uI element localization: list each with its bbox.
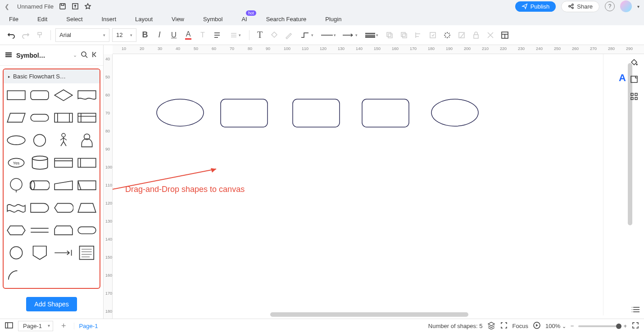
file-name[interactable]: Unnamed File bbox=[17, 3, 54, 10]
grid-tool-icon[interactable] bbox=[629, 91, 639, 102]
library-icon[interactable] bbox=[5, 51, 13, 59]
shape-diamond[interactable] bbox=[54, 87, 73, 103]
shape-rectangle[interactable] bbox=[6, 87, 26, 103]
shape-direct-data[interactable] bbox=[30, 177, 50, 193]
focus-mode-icon[interactable] bbox=[500, 321, 508, 331]
shape-trapezoid[interactable] bbox=[77, 200, 97, 216]
menu-layout[interactable]: Layout bbox=[135, 16, 153, 23]
search-icon[interactable] bbox=[81, 51, 88, 60]
publish-button[interactable]: Publish bbox=[515, 1, 556, 12]
shape-offpage[interactable] bbox=[6, 177, 26, 193]
menu-insert[interactable]: Insert bbox=[102, 16, 117, 23]
avatar[interactable] bbox=[620, 0, 632, 12]
star-icon[interactable] bbox=[84, 3, 91, 10]
shape-subroutine[interactable] bbox=[77, 155, 97, 171]
crop-icon[interactable] bbox=[456, 29, 467, 41]
shape-tape[interactable] bbox=[6, 200, 26, 216]
shape-hexagon[interactable] bbox=[6, 222, 26, 238]
focus-label[interactable]: Focus bbox=[512, 323, 528, 329]
export-icon[interactable] bbox=[72, 3, 79, 10]
font-select[interactable]: Arial▾ bbox=[55, 28, 109, 42]
page-select[interactable]: Page-1 bbox=[18, 321, 53, 331]
canvas[interactable]: Drag-and-Drop shapes to canvas A bbox=[113, 54, 644, 319]
shape-ellipse[interactable] bbox=[6, 132, 26, 148]
share-button[interactable]: Share bbox=[561, 1, 599, 12]
menu-file[interactable]: File bbox=[9, 16, 18, 23]
send-back-icon[interactable] bbox=[384, 29, 395, 41]
bring-front-icon[interactable] bbox=[398, 29, 410, 41]
menu-search-feature[interactable]: Search Feature bbox=[266, 16, 307, 23]
menu-ai[interactable]: AIhot bbox=[241, 16, 247, 23]
zoom-out-icon[interactable]: − bbox=[571, 323, 574, 329]
line-style-icon[interactable]: ▾ bbox=[319, 29, 338, 41]
collapse-panel-icon[interactable] bbox=[91, 51, 99, 60]
horizontal-scrollbar[interactable] bbox=[270, 312, 468, 317]
shape-manual-op[interactable] bbox=[77, 177, 97, 193]
page-tab[interactable]: Page-1 bbox=[74, 323, 102, 329]
canvas-page[interactable]: Drag-and-Drop shapes to canvas bbox=[113, 54, 603, 315]
lock-icon[interactable] bbox=[470, 29, 482, 41]
bold-icon[interactable]: B bbox=[139, 29, 151, 41]
line-weight-icon[interactable]: ▾ bbox=[362, 29, 381, 41]
help-icon[interactable]: ? bbox=[605, 1, 615, 11]
zoom-level[interactable]: 100% ⌄ bbox=[545, 323, 566, 329]
shape-predefined[interactable] bbox=[54, 109, 73, 126]
shape-signal[interactable] bbox=[54, 245, 73, 261]
zoom-in-icon[interactable]: + bbox=[623, 323, 627, 329]
format-painter-icon[interactable] bbox=[34, 29, 46, 41]
text-highlight-icon[interactable]: T bbox=[197, 29, 209, 41]
text-tool-icon[interactable]: T bbox=[254, 29, 266, 41]
expand-icon[interactable]: ⌄ bbox=[73, 52, 77, 58]
fill-icon[interactable] bbox=[268, 29, 280, 41]
menu-symbol[interactable]: Symbol bbox=[203, 16, 222, 23]
shape-parallelogram[interactable] bbox=[6, 109, 26, 126]
redo-icon[interactable] bbox=[20, 29, 32, 41]
shape-delay[interactable] bbox=[30, 200, 50, 216]
menu-edit[interactable]: Edit bbox=[37, 16, 47, 23]
shape-internal-storage[interactable] bbox=[77, 109, 97, 126]
pen-icon[interactable] bbox=[283, 29, 295, 41]
tools-icon[interactable] bbox=[485, 29, 496, 41]
ai-badge-icon[interactable]: A bbox=[619, 72, 626, 84]
shape-terminator[interactable] bbox=[30, 109, 50, 126]
fill-tool-icon[interactable] bbox=[629, 57, 639, 68]
group-icon[interactable] bbox=[427, 29, 439, 41]
connector-icon[interactable]: ▾ bbox=[297, 29, 316, 41]
fullscreen-icon[interactable] bbox=[631, 321, 639, 331]
shape-stadium[interactable] bbox=[77, 222, 97, 238]
zoom-slider[interactable] bbox=[578, 325, 619, 327]
italic-icon[interactable]: I bbox=[154, 29, 165, 41]
group-header[interactable]: ▸Basic Flowchart S… bbox=[4, 69, 100, 83]
menu-select[interactable]: Select bbox=[66, 16, 82, 23]
undo-icon[interactable] bbox=[5, 29, 17, 41]
shape-parallel-lines[interactable] bbox=[30, 222, 50, 238]
shape-note[interactable] bbox=[77, 245, 97, 261]
save-icon[interactable] bbox=[59, 3, 66, 10]
insert-tool-icon[interactable] bbox=[629, 74, 639, 85]
shape-arc[interactable] bbox=[6, 267, 26, 283]
line-spacing-icon[interactable]: ▾ bbox=[226, 29, 245, 41]
add-shapes-button[interactable]: Add Shapes bbox=[26, 297, 77, 311]
pages-panel-icon[interactable] bbox=[5, 322, 14, 330]
font-size-select[interactable]: 12▾ bbox=[112, 28, 136, 42]
layout-icon[interactable] bbox=[499, 29, 511, 41]
shape-manual-input[interactable] bbox=[54, 177, 73, 193]
font-color-icon[interactable]: A bbox=[182, 29, 194, 41]
menu-view[interactable]: View bbox=[172, 16, 184, 23]
shape-card[interactable] bbox=[54, 155, 73, 171]
back-icon[interactable]: ❮ bbox=[5, 3, 12, 10]
avatar-dropdown-icon[interactable]: ▾ bbox=[637, 4, 639, 9]
shape-decision-yes[interactable]: Yes bbox=[6, 155, 26, 171]
shape-loop-limit[interactable] bbox=[54, 222, 73, 238]
layers-icon[interactable] bbox=[487, 321, 495, 331]
underline-icon[interactable]: U bbox=[168, 29, 180, 41]
add-page-icon[interactable]: + bbox=[58, 321, 70, 331]
shape-document[interactable] bbox=[77, 87, 97, 103]
align-icon[interactable] bbox=[211, 29, 223, 41]
arrow-style-icon[interactable]: ▾ bbox=[340, 29, 359, 41]
presentation-icon[interactable] bbox=[533, 321, 541, 331]
shape-circle[interactable] bbox=[30, 132, 50, 148]
shape-cylinder[interactable] bbox=[30, 155, 50, 171]
shape-actor[interactable] bbox=[54, 132, 73, 148]
align-objects-icon[interactable] bbox=[413, 29, 424, 41]
